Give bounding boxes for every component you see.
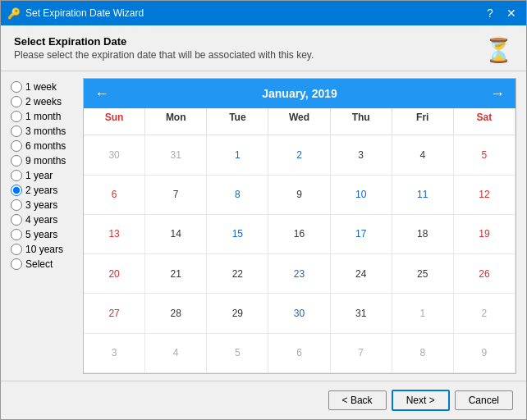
cal-cell[interactable]: 31: [331, 294, 392, 333]
cal-cell[interactable]: 20: [84, 254, 145, 294]
radio-opt9months[interactable]: 9 months: [11, 155, 76, 167]
radio-label-opt1year: 1 year: [25, 170, 53, 181]
radio-opt4years[interactable]: 4 years: [11, 214, 76, 226]
radio-input-opt6months[interactable]: [11, 140, 22, 152]
cal-cell[interactable]: 10: [331, 176, 392, 215]
cal-cell[interactable]: 17: [331, 215, 392, 254]
cal-cell[interactable]: 29: [207, 294, 268, 333]
cal-cell[interactable]: 6: [84, 176, 145, 215]
day-header-wed: Wed: [268, 108, 330, 135]
cal-cell[interactable]: 18: [392, 215, 454, 254]
cal-cell[interactable]: 8: [207, 176, 268, 215]
radio-opt2years[interactable]: 2 years: [11, 185, 76, 196]
radio-opt1month[interactable]: 1 month: [11, 111, 76, 122]
close-button[interactable]: ✕: [503, 5, 520, 21]
cal-cell[interactable]: 31: [145, 135, 207, 175]
radio-input-opt2years[interactable]: [11, 185, 22, 196]
radio-label-opt2weeks: 2 weeks: [25, 96, 62, 107]
header-subtitle: Please select the expiration date that w…: [14, 49, 314, 61]
help-button[interactable]: ?: [482, 5, 498, 21]
radio-label-opt1week: 1 week: [25, 81, 57, 93]
header-divider: [1, 71, 526, 71]
prev-month-button[interactable]: ←: [92, 84, 112, 103]
cal-cell[interactable]: 23: [268, 254, 330, 294]
day-header-thu: Thu: [331, 108, 392, 135]
radio-input-opt2weeks[interactable]: [11, 96, 22, 107]
radio-input-opt3months[interactable]: [11, 126, 22, 137]
header-title: Select Expiration Date: [14, 35, 314, 48]
radio-input-opt9months[interactable]: [11, 155, 22, 167]
cal-cell[interactable]: 6: [268, 334, 330, 373]
radio-label-opt4years: 4 years: [25, 214, 57, 226]
cal-cell[interactable]: 9: [268, 176, 330, 215]
cal-cell[interactable]: 30: [84, 135, 145, 175]
radio-input-opt1week[interactable]: [11, 81, 22, 93]
radio-opt3months[interactable]: 3 months: [11, 126, 76, 137]
radio-opt10years[interactable]: 10 years: [11, 244, 76, 255]
radio-label-opt3years: 3 years: [25, 199, 57, 211]
cal-cell[interactable]: 8: [392, 334, 454, 373]
cal-cell[interactable]: 25: [392, 254, 454, 294]
cal-cell[interactable]: 28: [145, 294, 207, 333]
radio-label-opt10years: 10 years: [25, 244, 63, 255]
cal-cell[interactable]: 11: [392, 176, 454, 215]
radio-input-opt10years[interactable]: [11, 244, 22, 255]
day-header-mon: Mon: [145, 108, 207, 135]
dialog-window: 🔑 Set Expiration Date Wizard ? ✕ Select …: [0, 0, 527, 420]
radio-opt3years[interactable]: 3 years: [11, 199, 76, 211]
cal-cell[interactable]: 12: [454, 176, 516, 215]
radio-input-optSelect[interactable]: [11, 258, 22, 270]
main-area: 1 week2 weeks1 month3 months6 months9 mo…: [1, 78, 526, 374]
day-header-sun: Sun: [84, 108, 145, 135]
day-header-sat: Sat: [454, 108, 516, 135]
radio-input-opt3years[interactable]: [11, 199, 22, 211]
back-button[interactable]: < Back: [328, 390, 387, 410]
cal-cell[interactable]: 1: [207, 135, 268, 175]
radio-label-opt1month: 1 month: [25, 111, 61, 122]
radio-opt5years[interactable]: 5 years: [11, 229, 76, 240]
cal-cell[interactable]: 4: [145, 334, 207, 373]
calendar-panel: ← January, 2019 → SunMonTueWedThuFriSat3…: [83, 78, 516, 374]
cal-cell[interactable]: 7: [331, 334, 392, 373]
radio-input-opt1year[interactable]: [11, 170, 22, 181]
cancel-button[interactable]: Cancel: [455, 390, 513, 410]
cal-cell[interactable]: 3: [84, 334, 145, 373]
radio-opt2weeks[interactable]: 2 weeks: [11, 96, 76, 107]
title-bar-title: Set Expiration Date Wizard: [25, 7, 477, 19]
radio-input-opt1month[interactable]: [11, 111, 22, 122]
title-bar: 🔑 Set Expiration Date Wizard ? ✕: [1, 1, 526, 25]
cal-cell[interactable]: 27: [84, 294, 145, 333]
cal-cell[interactable]: 19: [454, 215, 516, 254]
calendar-header: ← January, 2019 →: [84, 79, 516, 108]
cal-cell[interactable]: 16: [268, 215, 330, 254]
cal-cell[interactable]: 21: [145, 254, 207, 294]
cal-cell[interactable]: 9: [454, 334, 516, 373]
radio-opt1year[interactable]: 1 year: [11, 170, 76, 181]
cal-cell[interactable]: 3: [331, 135, 392, 175]
radio-label-opt6months: 6 months: [25, 140, 66, 152]
cal-cell[interactable]: 5: [454, 135, 516, 175]
radio-optSelect[interactable]: Select: [11, 258, 76, 270]
radio-opt6months[interactable]: 6 months: [11, 140, 76, 152]
cal-cell[interactable]: 26: [454, 254, 516, 294]
cal-cell[interactable]: 30: [268, 294, 330, 333]
next-month-button[interactable]: →: [488, 84, 507, 103]
next-button[interactable]: Next >: [392, 390, 450, 411]
cal-cell[interactable]: 2: [454, 294, 516, 333]
radio-input-opt5years[interactable]: [11, 229, 22, 240]
cal-cell[interactable]: 13: [84, 215, 145, 254]
radio-label-opt9months: 9 months: [25, 155, 66, 167]
cal-cell[interactable]: 5: [207, 334, 268, 373]
cal-cell[interactable]: 2: [268, 135, 330, 175]
radio-opt1week[interactable]: 1 week: [11, 81, 76, 93]
dialog-footer: < Back Next > Cancel: [1, 381, 526, 419]
cal-cell[interactable]: 7: [145, 176, 207, 215]
radio-label-opt2years: 2 years: [25, 185, 57, 196]
cal-cell[interactable]: 4: [392, 135, 454, 175]
cal-cell[interactable]: 22: [207, 254, 268, 294]
cal-cell[interactable]: 15: [207, 215, 268, 254]
cal-cell[interactable]: 14: [145, 215, 207, 254]
cal-cell[interactable]: 1: [392, 294, 454, 333]
cal-cell[interactable]: 24: [331, 254, 392, 294]
radio-input-opt4years[interactable]: [11, 214, 22, 226]
